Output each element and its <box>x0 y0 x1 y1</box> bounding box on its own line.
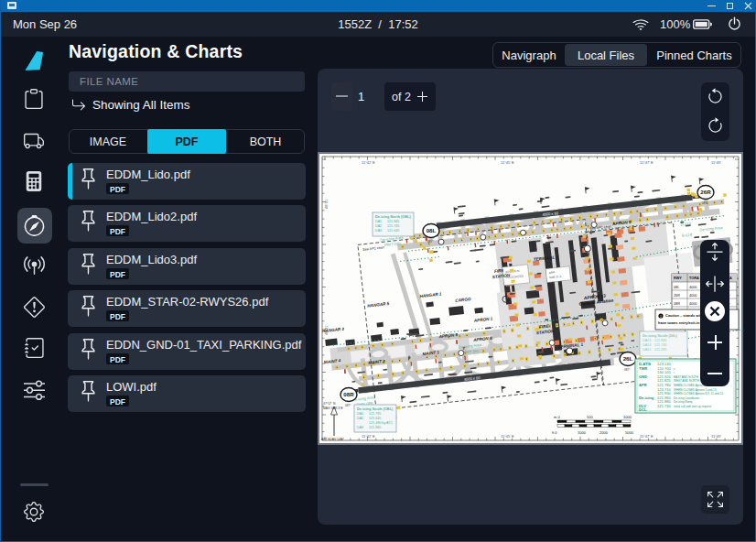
svg-text:TORA: TORA <box>689 276 699 280</box>
svg-text:TWR: TWR <box>639 366 647 371</box>
svg-text:26R: 26R <box>674 294 680 298</box>
svg-text:1: 1 <box>660 315 662 319</box>
svg-text:5000: 5000 <box>625 430 634 435</box>
svg-text:APT ELEV 1487: APT ELEV 1487 <box>321 438 344 441</box>
svg-text:DA3: DA3 <box>357 426 363 429</box>
svg-text:08R: 08R <box>343 391 354 397</box>
svg-text:EAST AND SOUTH: EAST AND SOUTH <box>674 375 698 379</box>
svg-text:48°21´: 48°21´ <box>324 198 329 209</box>
svg-text:4000: 4000 <box>689 302 697 306</box>
svg-text:11°42' E: 11°42' E <box>362 434 375 439</box>
svg-text:121.845: 121.845 <box>654 339 666 342</box>
svg-text:DA1: DA1 <box>357 412 363 416</box>
svg-text:DA1: DA1 <box>375 220 382 223</box>
svg-text:RWY: RWY <box>674 276 682 280</box>
svg-text:De-icing: De-icing <box>639 396 654 400</box>
svg-text:47°57´ N: 47°57´ N <box>323 402 336 406</box>
svg-text:121.745: 121.745 <box>387 224 399 228</box>
svg-text:2000: 2000 <box>599 430 609 435</box>
svg-text:WEST AND NORTH: WEST AND NORTH <box>674 379 699 383</box>
svg-text:DCL: DCL <box>639 407 647 412</box>
svg-text:11°42' E: 11°42' E <box>362 160 375 165</box>
svg-text:DA2: DA2 <box>357 417 363 420</box>
svg-text:11°47' E: 11°47' E <box>640 434 653 439</box>
svg-text:08L: 08L <box>674 286 679 289</box>
svg-text:ARP: ARP <box>548 271 555 276</box>
svg-text:11°49': 11°49' <box>711 160 721 165</box>
svg-text:11°49': 11°49' <box>711 434 721 439</box>
svg-text:ft 0: ft 0 <box>552 430 557 435</box>
svg-text:DA14: DA14 <box>643 343 651 347</box>
svg-text:08L: 08L <box>427 227 437 233</box>
svg-text:11°45' E: 11°45' E <box>501 160 514 165</box>
svg-text:De-icing South (26L): De-icing South (26L) <box>643 333 678 338</box>
svg-text:4000: 4000 <box>689 294 697 298</box>
svg-text:11°45' E: 11°45' E <box>501 434 514 439</box>
svg-text:087°: 087° <box>427 240 434 244</box>
svg-text:initial call and start-up requ: initial call and start-up request <box>674 405 711 408</box>
svg-text:121.845: 121.845 <box>369 426 381 429</box>
svg-text:121.645: 121.645 <box>387 229 399 233</box>
svg-text:08R: 08R <box>674 302 680 306</box>
svg-text:121.730: 121.730 <box>657 404 672 408</box>
svg-text:087°: 087° <box>345 404 351 407</box>
svg-text:26R: 26R <box>700 189 711 195</box>
svg-text:121.795: 121.795 <box>369 412 381 416</box>
svg-text:De-icing North (OBL): De-icing North (OBL) <box>375 214 411 219</box>
svg-text:GND: GND <box>639 374 647 379</box>
svg-text:087°: 087° <box>702 201 708 205</box>
svg-text:MAG VAR 3°E: MAG VAR 3°E <box>323 406 344 410</box>
svg-text:De-icing Coordinator: De-icing Coordinator <box>674 396 699 400</box>
svg-text:m 0: m 0 <box>554 415 560 419</box>
svg-text:De-icing Ramp: De-icing Ramp <box>674 400 693 404</box>
svg-text:121.595: 121.595 <box>654 348 666 352</box>
svg-text:DA2: DA2 <box>375 224 382 228</box>
svg-text:121.845: 121.845 <box>387 220 399 223</box>
svg-text:121.645: 121.645 <box>369 417 381 420</box>
svg-text:4000: 4000 <box>689 286 697 289</box>
svg-text:121.745: 121.745 <box>654 343 666 347</box>
svg-text:WHEN CLOSED Aprons 5 and 13: WHEN CLOSED Aprons 5 and 13 <box>674 388 717 392</box>
svg-text:DA3: DA3 <box>375 229 382 233</box>
svg-text:121.480 by ATC: 121.480 by ATC <box>369 421 394 425</box>
svg-text:1000: 1000 <box>578 430 587 435</box>
svg-text:500: 500 <box>587 415 593 419</box>
svg-text:11°47' E: 11°47' E <box>640 160 653 165</box>
svg-text:De-icing South (OBL): De-icing South (OBL) <box>357 406 394 411</box>
svg-text:087°: 087° <box>624 368 631 372</box>
svg-text:26L: 26L <box>623 355 633 362</box>
svg-text:APR: APR <box>639 383 647 387</box>
svg-text:DA15: DA15 <box>643 348 651 352</box>
svg-text:WHEN CLOSED Aprons 8-9, 11 and: WHEN CLOSED Aprons 8-9, 11 and 12 <box>674 392 723 396</box>
svg-text:1000: 1000 <box>623 415 632 419</box>
svg-text:DA13: DA13 <box>643 339 651 342</box>
